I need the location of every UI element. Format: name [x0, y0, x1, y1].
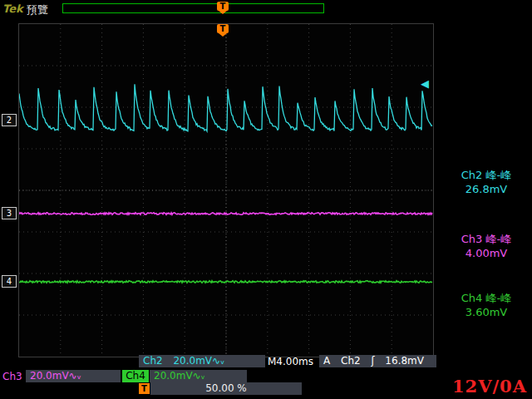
timebase-readout: M4.00ms — [268, 356, 313, 367]
trigger-source: Ch2 — [341, 355, 361, 367]
psu-overlay-reading: 12V/0A — [452, 376, 527, 397]
measurement-value: 4.00mV — [443, 246, 530, 260]
trigger-readout: A Ch2 ʃ 16.8mV — [319, 355, 436, 367]
ch4-position-marker[interactable]: 4 — [2, 275, 17, 288]
trigger-t-icon: T — [217, 24, 229, 33]
ch3-readout-label: Ch3 — [2, 371, 22, 382]
measurement-ch3-pkpk: Ch3 峰-峰 4.00mV — [443, 232, 530, 260]
acquisition-status: 預覽 — [27, 2, 48, 17]
trigger-t-icon: T — [217, 2, 229, 11]
trigger-arrow-icon — [219, 33, 227, 37]
trigger-level-arrow-icon[interactable]: ◀ — [421, 77, 429, 90]
record-view-bar — [62, 3, 324, 13]
trigger-position-marker-recordbar[interactable]: T — [217, 2, 229, 14]
trigger-position-value: 50.00 % — [205, 382, 247, 394]
ch3-scale-readout: 20.0mV∿ᵥ — [26, 370, 121, 382]
trigger-position-icon: T — [139, 383, 150, 394]
measurement-value: 26.8mV — [443, 182, 530, 196]
graticule — [18, 23, 434, 357]
ch4-waveform — [19, 281, 432, 283]
trigger-level-value: 16.8mV — [385, 355, 424, 367]
trigger-mode: A — [323, 355, 330, 367]
waveform-display — [19, 24, 433, 357]
ch3-readout-scale: 20.0mV∿ᵥ — [30, 370, 81, 382]
measurement-title: Ch3 峰-峰 — [443, 232, 530, 246]
ch2-position-marker[interactable]: 2 — [2, 114, 17, 126]
measurement-ch4-pkpk: Ch4 峰-峰 3.60mV — [443, 291, 530, 319]
measurement-title: Ch2 峰-峰 — [443, 168, 530, 182]
tek-logo: Tek — [2, 2, 23, 15]
ch2-readout-label: Ch2 — [143, 355, 163, 367]
ch4-readout-scale: 20.0mV∿ᵥ — [154, 370, 205, 382]
trigger-position-marker-graticule[interactable]: T — [217, 24, 229, 37]
ch3-waveform — [19, 213, 432, 214]
ch4-scale-readout: 20.0mV∿ᵥ — [150, 370, 247, 382]
ch2-readout-scale: 20.0mV∿ᵥ — [173, 355, 224, 367]
measurement-ch2-pkpk: Ch2 峰-峰 26.8mV — [443, 168, 530, 196]
ch3-position-marker[interactable]: 3 — [2, 207, 17, 219]
oscilloscope-screen: Tek 預覽 T T 2 3 4 ◀ Ch2 峰-峰 26.8mV Ch3 峰-… — [0, 0, 532, 399]
measurement-title: Ch4 峰-峰 — [443, 291, 530, 305]
measurement-value: 3.60mV — [443, 305, 530, 319]
trigger-slope-icon: ʃ — [372, 355, 375, 367]
trigger-position-readout: 50.00 % — [150, 382, 302, 395]
ch4-readout-badge: Ch4 — [122, 370, 149, 382]
ch2-scale-readout: Ch2 20.0mV∿ᵥ — [139, 355, 265, 367]
trigger-arrow-icon — [219, 11, 227, 14]
